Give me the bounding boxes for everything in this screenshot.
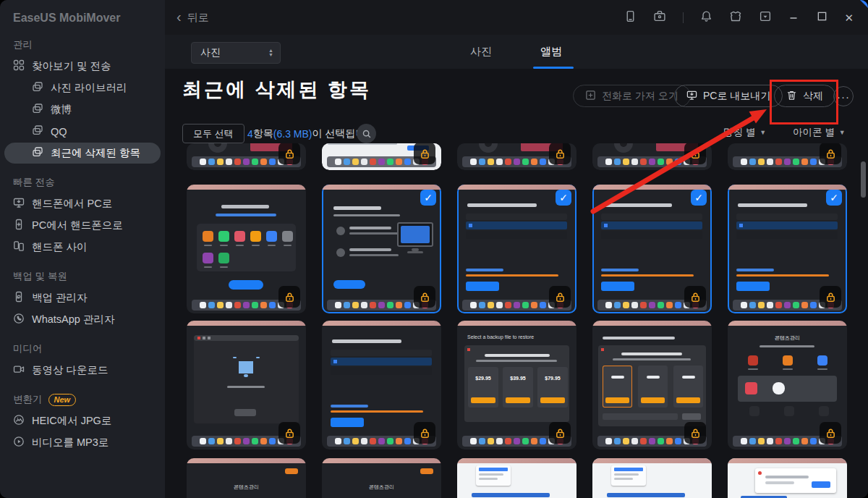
- lock-badge: [549, 422, 571, 444]
- sidebar-item-label: PC에서 핸드폰으로: [32, 219, 123, 232]
- lock-badge: [414, 422, 435, 444]
- tab-photos[interactable]: 사진: [470, 35, 492, 68]
- minimize-button[interactable]: [788, 10, 800, 25]
- sidebar-section-label: 백업 및 복원: [13, 270, 67, 283]
- lock-badge: [820, 422, 841, 444]
- thumbnail[interactable]: [592, 143, 712, 170]
- pc-to-phone-icon: [13, 219, 25, 232]
- sort-by-name[interactable]: 명칭 별▼: [723, 126, 766, 139]
- toolkit-icon[interactable]: [653, 10, 666, 25]
- lock-icon: [825, 148, 836, 159]
- thumbnail[interactable]: [457, 458, 576, 498]
- thumbnail[interactable]: ✓: [728, 185, 847, 313]
- thumbnail[interactable]: 콘텐츠관리: [322, 458, 441, 498]
- clipped-thumbnail: [187, 143, 306, 170]
- menu-icon[interactable]: [759, 10, 772, 25]
- thumbnail[interactable]: [322, 321, 441, 450]
- grid-row: ✓✓✓✓: [187, 185, 852, 313]
- export-to-pc-button[interactable]: PC로 내보내기: [674, 85, 783, 107]
- sort-by-icon[interactable]: 아이콘 별▼: [793, 126, 846, 139]
- lock-icon: [420, 292, 430, 303]
- sidebar: EaseUS MobiMover 관리찾아보기 및 전송사진 라이브러리微博QQ…: [0, 0, 165, 498]
- thumbnail[interactable]: [728, 143, 847, 170]
- page-title: 최근에 삭제된 항목: [182, 77, 371, 103]
- sidebar-item-browse-transfer[interactable]: 찾아보기 및 전송: [4, 56, 161, 77]
- thumbnail[interactable]: [592, 458, 712, 498]
- lock-icon: [284, 292, 295, 303]
- toolbar: 사진 ▲▼ 사진앨범: [165, 35, 868, 69]
- albums-icon: [32, 146, 43, 160]
- thumbnail[interactable]: ✓: [592, 185, 712, 313]
- notifications-icon[interactable]: [700, 10, 712, 25]
- thumbnail[interactable]: ✓: [457, 185, 576, 313]
- back-button[interactable]: ‹ 뒤로: [176, 10, 209, 25]
- sidebar-item-qq[interactable]: QQ: [4, 121, 161, 142]
- thumbnail[interactable]: [457, 143, 576, 170]
- back-label: 뒤로: [187, 11, 209, 25]
- thumbnail[interactable]: ✓: [322, 185, 441, 313]
- sidebar-item-recently-deleted[interactable]: 최근에 삭제된 항목: [4, 143, 161, 164]
- window-corner-accent: [860, 0, 868, 8]
- media-type-value: 사진: [192, 46, 221, 59]
- app-brand: EaseUS MobiMover: [0, 0, 165, 26]
- sidebar-item-whatsapp-manager[interactable]: WhatsApp 관리자: [4, 309, 161, 330]
- sidebar-item-weibo[interactable]: 微博: [4, 99, 161, 120]
- sidebar-item-video-download[interactable]: 동영상 다운로드: [4, 360, 161, 381]
- lock-icon: [284, 148, 295, 159]
- media-type-select[interactable]: 사진 ▲▼: [191, 42, 281, 64]
- lock-icon: [690, 148, 701, 159]
- clipped-thumbnail: [322, 143, 441, 170]
- lock-icon: [555, 148, 566, 159]
- thumbnail[interactable]: [728, 458, 847, 498]
- tab-albums[interactable]: 앨범: [540, 35, 562, 68]
- maximize-button[interactable]: [817, 11, 827, 25]
- close-button[interactable]: ✕: [844, 12, 854, 23]
- clipped-thumbnail: [728, 143, 847, 170]
- lock-icon: [690, 292, 701, 303]
- lock-badge: [684, 143, 706, 164]
- sidebar-item-backup-manager[interactable]: 백업 관리자: [4, 287, 161, 308]
- sidebar-item-phone-to-phone[interactable]: 핸드폰 사이: [4, 237, 161, 258]
- search-icon: [362, 129, 372, 139]
- thumbnail[interactable]: 콘텐츠관리: [187, 458, 306, 498]
- thumbnail[interactable]: [187, 321, 306, 450]
- search-button[interactable]: [357, 124, 376, 143]
- sidebar-item-photo-library[interactable]: 사진 라이브러리: [4, 77, 161, 98]
- thumbnail[interactable]: [322, 143, 441, 170]
- sidebar-item-video-to-mp3[interactable]: 비디오를 MP3로: [4, 432, 161, 453]
- sidebar-item-label: 비디오를 MP3로: [32, 436, 109, 450]
- lock-badge: [820, 143, 841, 164]
- sidebar-item-heic-to-jpg[interactable]: HEIC에서 JPG로: [4, 410, 161, 431]
- phone-to-phone-icon: [13, 240, 25, 254]
- device-icon[interactable]: [624, 10, 637, 25]
- thumbnail[interactable]: 콘텐츠관리: [728, 321, 847, 450]
- sidebar-item-label: 사진 라이브러리: [51, 81, 127, 95]
- lock-badge: [549, 286, 571, 308]
- import-to-phone-button[interactable]: 전화로 가져 오기: [573, 85, 691, 107]
- thumbnail[interactable]: [187, 143, 306, 170]
- select-all-button[interactable]: 모두 선택: [182, 124, 244, 143]
- selected-checkmark: ✓: [691, 190, 707, 206]
- theme-icon[interactable]: [729, 10, 742, 25]
- phone-to-pc-icon: [13, 197, 25, 211]
- lock-badge: [820, 286, 841, 308]
- sidebar-section-header: 미디어: [13, 342, 152, 355]
- grid-row: 콘텐츠관리콘텐츠관리: [187, 458, 852, 498]
- lock-icon: [825, 292, 836, 303]
- sidebar-item-phone-to-pc[interactable]: 핸드폰에서 PC로: [4, 193, 161, 214]
- albums-icon: [32, 103, 43, 117]
- sidebar-section-label: 관리: [13, 38, 33, 51]
- sidebar-item-pc-to-phone[interactable]: PC에서 핸드폰으로: [4, 215, 161, 236]
- lock-badge: [278, 143, 300, 164]
- thumbnail[interactable]: [187, 185, 306, 313]
- chevron-left-icon: ‹: [176, 9, 182, 24]
- thumbnail[interactable]: Select a backup file to restore$29.95$39…: [457, 321, 576, 450]
- scrollbar-thumb[interactable]: [861, 161, 866, 198]
- lock-icon: [555, 292, 566, 303]
- app-window: EaseUS MobiMover 관리찾아보기 및 전송사진 라이브러리微博QQ…: [0, 0, 868, 498]
- lock-icon: [284, 428, 295, 439]
- thumbnail[interactable]: [592, 321, 712, 450]
- sidebar-item-label: WhatsApp 관리자: [32, 313, 114, 326]
- video-download-icon: [13, 363, 25, 377]
- grid-row: Select a backup file to restore$29.95$39…: [187, 321, 852, 450]
